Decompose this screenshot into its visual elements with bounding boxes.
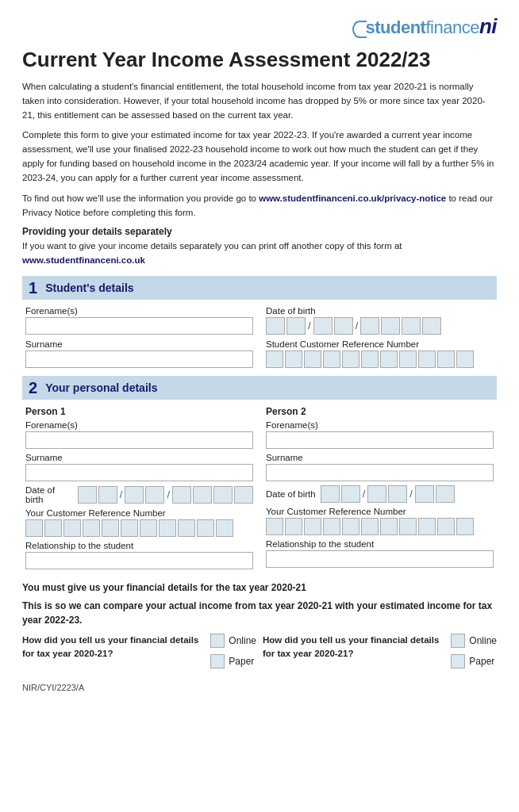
- p2-surname-input[interactable]: [266, 464, 494, 481]
- ref-box-4[interactable]: [323, 350, 340, 368]
- p2-dob-sep2: /: [409, 488, 413, 500]
- ref-box-9[interactable]: [418, 350, 436, 368]
- p2-dob-dd1[interactable]: [321, 485, 340, 503]
- page-title: Current Year Income Assessment 2022/23: [22, 48, 497, 72]
- ref-box-8[interactable]: [399, 350, 417, 368]
- p2-ref-5[interactable]: [342, 518, 359, 535]
- section1-ref-col: Student Customer Reference Number: [266, 339, 494, 368]
- dob-yyyy-box1[interactable]: [360, 317, 379, 335]
- p2-ref-3[interactable]: [304, 518, 321, 535]
- p1-dob-y2[interactable]: [193, 486, 212, 504]
- checkbox-paper-box-1[interactable]: [210, 654, 225, 668]
- student-ref-label: Student Customer Reference Number: [266, 339, 494, 349]
- p1-ref-boxes: [25, 519, 253, 537]
- p2-ref-7[interactable]: [380, 518, 398, 535]
- financial-question-row: How did you tell us your financial detai…: [22, 634, 497, 668]
- p1-forenames-input[interactable]: [25, 431, 253, 449]
- dob-yyyy-box4[interactable]: [422, 317, 441, 335]
- checkbox-online-box-1[interactable]: [210, 634, 225, 648]
- p2-dob-label: Date of birth: [266, 489, 316, 499]
- section1-body: Forename(s) Date of birth / / Surname: [22, 306, 497, 368]
- p2-dob-dd2[interactable]: [341, 485, 360, 503]
- p1-ref-3[interactable]: [63, 519, 81, 537]
- section2-number: 2: [29, 380, 37, 396]
- sfni-link[interactable]: www.studentfinanceni.co.uk: [22, 255, 145, 265]
- ref-box-5[interactable]: [342, 350, 359, 368]
- p1-dob-mm1[interactable]: [125, 486, 144, 504]
- financial-q-col1: How did you tell us your financial detai…: [22, 634, 256, 668]
- section1-number: 1: [29, 280, 37, 296]
- p1-dob-y3[interactable]: [213, 486, 233, 504]
- p1-ref-1[interactable]: [25, 519, 43, 537]
- ref-box-3[interactable]: [304, 350, 321, 368]
- dob-dd-box1[interactable]: [266, 317, 285, 335]
- student-dob-group: / /: [266, 317, 494, 335]
- dob-mm-box2[interactable]: [334, 317, 353, 335]
- section2-body: Person 1 Forename(s) Surname Date of bir…: [22, 406, 497, 569]
- p2-ref-10[interactable]: [437, 518, 455, 535]
- p1-dob-sep1: /: [119, 488, 124, 500]
- p1-ref-10[interactable]: [197, 519, 214, 537]
- intro-para3-prefix: To find out how we'll use the informatio…: [22, 193, 259, 203]
- intro-para3: To find out how we'll use the informatio…: [22, 192, 497, 220]
- p2-dob-sep1: /: [362, 488, 367, 500]
- financial-q-col2: How did you tell us your financial detai…: [263, 634, 497, 668]
- p1-ref-5[interactable]: [102, 519, 119, 537]
- student-forenames-input[interactable]: [25, 317, 253, 335]
- student-surname-input[interactable]: [25, 350, 253, 368]
- p2-surname-label: Surname: [266, 453, 494, 462]
- financial-question-text2: How did you tell us your financial detai…: [263, 634, 440, 661]
- ref-box-7[interactable]: [380, 350, 398, 368]
- p2-ref-label: Your Customer Reference Number: [266, 507, 494, 516]
- p2-ref-8[interactable]: [399, 518, 417, 535]
- ref-box-11[interactable]: [456, 350, 474, 368]
- p1-dob-dd2[interactable]: [98, 486, 117, 504]
- p2-dob-mm1[interactable]: [367, 485, 386, 503]
- p2-forenames-label: Forename(s): [266, 420, 494, 430]
- p2-dob-mm2[interactable]: [388, 485, 407, 503]
- p2-ref-2[interactable]: [285, 518, 302, 535]
- ref-box-1[interactable]: [266, 350, 283, 368]
- section1-row1: Forename(s) Date of birth / /: [25, 306, 494, 335]
- ref-box-6[interactable]: [361, 350, 379, 368]
- privacy-notice-link[interactable]: www.studentfinanceni.co.uk/privacy-notic…: [259, 193, 446, 203]
- p1-ref-4[interactable]: [83, 519, 100, 537]
- p1-dob-mm2[interactable]: [145, 486, 164, 504]
- p1-ref-9[interactable]: [178, 519, 195, 537]
- p2-relationship-input[interactable]: [266, 550, 494, 568]
- p1-dob-y1[interactable]: [172, 486, 191, 504]
- ref-box-2[interactable]: [285, 350, 302, 368]
- checkbox-online-1: Online: [210, 634, 256, 648]
- ref-box-10[interactable]: [437, 350, 455, 368]
- dob-yyyy-box2[interactable]: [381, 317, 400, 335]
- p1-ref-8[interactable]: [159, 519, 176, 537]
- p1-ref-11[interactable]: [216, 519, 233, 537]
- p1-dob-dd1[interactable]: [78, 486, 97, 504]
- logo-finance-text: finance: [425, 17, 479, 37]
- p2-ref-1[interactable]: [266, 518, 283, 535]
- dob-dd-box2[interactable]: [286, 317, 306, 335]
- checkbox-paper-1: Paper: [210, 654, 256, 668]
- checkbox-paper-box-2[interactable]: [451, 654, 465, 668]
- p1-relationship-input[interactable]: [25, 552, 253, 569]
- p2-dob-y2[interactable]: [436, 485, 455, 503]
- checkbox-online-box-2[interactable]: [451, 634, 465, 648]
- p1-dob-sep2: /: [166, 488, 171, 500]
- p2-ref-9[interactable]: [418, 518, 436, 535]
- p1-surname-label: Surname: [25, 453, 253, 462]
- p2-forenames-input[interactable]: [266, 431, 494, 449]
- p1-ref-2[interactable]: [44, 519, 62, 537]
- p2-ref-4[interactable]: [323, 518, 340, 535]
- p2-ref-11[interactable]: [456, 518, 474, 535]
- person1-heading: Person 1: [25, 406, 253, 417]
- dob-mm-box1[interactable]: [313, 317, 333, 335]
- p1-surname-input[interactable]: [25, 464, 253, 481]
- p2-ref-6[interactable]: [361, 518, 379, 535]
- dob-yyyy-box3[interactable]: [402, 317, 421, 335]
- p1-dob-y4[interactable]: [234, 486, 253, 504]
- p2-dob-y1[interactable]: [415, 485, 434, 503]
- section2-header: 2 Your personal details: [22, 376, 497, 400]
- p1-ref-7[interactable]: [140, 519, 157, 537]
- dob-sep1: /: [307, 320, 312, 331]
- p1-ref-6[interactable]: [121, 519, 138, 537]
